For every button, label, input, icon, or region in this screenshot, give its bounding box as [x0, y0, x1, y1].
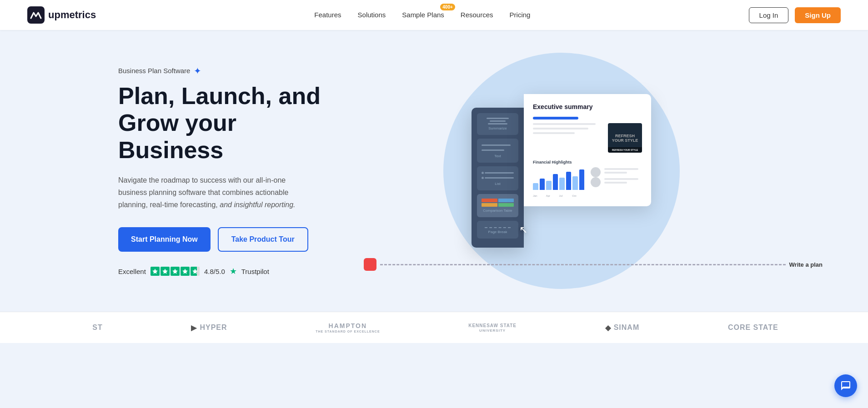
trust-stars: [151, 267, 200, 276]
doc-image-thumb: REFRESH YOUR STYLE: [608, 123, 642, 153]
sidebar-label-list: List: [482, 182, 514, 186]
hero-tag-text: Business Plan Software: [118, 67, 190, 75]
logo[interactable]: upmetrics: [27, 6, 96, 24]
nav-links: Features Solutions Sample Plans 400+ Res…: [314, 11, 530, 19]
sidebar-text: Text: [477, 139, 518, 163]
logo-corestate: CORE STATE: [728, 323, 778, 332]
navbar: upmetrics Features Solutions Sample Plan…: [0, 0, 868, 30]
doc-avatar-lines-1: [604, 168, 642, 176]
doc-avatar-row-1: [591, 167, 642, 177]
star-2: [161, 267, 170, 276]
doc-gray-bar-3: [533, 132, 575, 134]
doc-gray-bar-2: [533, 128, 588, 129]
chat-button[interactable]: [834, 374, 857, 397]
trust-score: 4.8/5.0: [204, 268, 225, 275]
cursor-icon: ↖: [519, 224, 527, 236]
logo-kennesaw: KENNESAW STATE UNIVERSITY: [468, 323, 517, 333]
doc-blue-bar: [533, 117, 578, 119]
hero-description: Navigate the roadmap to success with our…: [118, 174, 314, 211]
doc-avatars-col: [591, 167, 642, 197]
logo-sinam: ◆ SINAM: [605, 323, 640, 332]
doc-bottom-section: Jan Apr Jul Oct: [533, 167, 642, 197]
svg-rect-0: [27, 6, 45, 24]
logo-st: ST: [90, 323, 102, 332]
svg-marker-3: [172, 269, 178, 274]
logo-hampton: HAMPTON THE STANDARD OF EXCELLENCE: [316, 322, 380, 333]
doc-title: Executive summary: [533, 103, 642, 110]
signup-button[interactable]: Sign Up: [795, 7, 841, 23]
doc-section-label: Financial Highlights: [533, 160, 642, 164]
svg-marker-2: [162, 269, 168, 274]
svg-marker-5: [192, 269, 198, 274]
nav-pricing[interactable]: Pricing: [510, 11, 531, 19]
hero-buttons: Start Planning Now Take Product Tour: [118, 227, 346, 252]
sidebar-summarize: Summarize: [477, 113, 518, 135]
star-4: [181, 267, 190, 276]
write-plan-label: Write a plan: [789, 261, 823, 268]
logos-bar: ST ▶ HYPER HAMPTON THE STANDARD OF EXCEL…: [0, 312, 868, 343]
doc-text-col: [533, 123, 602, 137]
sidebar-label-comparison: Comparison Table: [482, 209, 514, 213]
sidebar-label-text: Text: [482, 154, 514, 158]
doc-avatar-row-2: [591, 177, 642, 187]
hero-content: Business Plan Software ✦ Plan, Launch, a…: [118, 65, 346, 277]
doc-gray-bar-1: [533, 123, 596, 125]
sidebar-list: List: [477, 166, 518, 190]
login-button[interactable]: Log In: [749, 7, 789, 23]
doc-chart-col: Jan Apr Jul Oct: [533, 167, 584, 197]
sidebar-label-pagebreak: Page Break: [482, 230, 514, 234]
nav-features[interactable]: Features: [314, 11, 341, 19]
nav-sample-plans[interactable]: Sample Plans: [402, 11, 444, 19]
sparkle-icon: ✦: [194, 65, 201, 76]
nav-actions: Log In Sign Up: [749, 7, 841, 23]
logo-text: upmetrics: [48, 9, 96, 21]
timeline-dashes: [380, 264, 786, 265]
star-3: [171, 267, 180, 276]
logo-hyper: ▶ HYPER: [191, 323, 227, 332]
doc-avatar-lines-2: [604, 178, 642, 186]
sample-plans-badge: 400+: [440, 4, 455, 10]
tp-star-icon: ★: [230, 266, 237, 276]
trustpilot-row: Excellent 4.8/5.0 ★ Trustpilot: [118, 266, 346, 276]
doc-chart: [533, 167, 584, 190]
sidebar-label-summarize: Summarize: [482, 126, 514, 130]
doc-top-section: REFRESH YOUR STYLE: [533, 123, 642, 153]
sidebar-comparison: Comparison Table: [477, 194, 518, 217]
trust-platform: Trustpilot: [241, 268, 269, 275]
sidebar-panel: Summarize Text List: [472, 108, 524, 248]
trust-label: Excellent: [118, 268, 146, 275]
product-tour-button[interactable]: Take Product Tour: [218, 227, 308, 252]
timeline-dot: [364, 258, 376, 271]
nav-resources[interactable]: Resources: [461, 11, 493, 19]
hero-tag: Business Plan Software ✦: [118, 65, 346, 76]
hero-section: Business Plan Software ✦ Plan, Launch, a…: [0, 30, 868, 312]
start-planning-button[interactable]: Start Planning Now: [118, 227, 211, 252]
hero-title: Plan, Launch, and Grow your Business: [118, 83, 346, 164]
hero-illustration-area: Summarize Text List: [346, 57, 777, 284]
document-panel: Executive summary REFRESH YOUR STYLE Fin…: [524, 94, 651, 206]
sidebar-pagebreak: Page Break: [477, 221, 518, 239]
doc-avatar-1: [591, 167, 601, 177]
doc-avatar-2: [591, 177, 601, 187]
svg-marker-1: [152, 269, 158, 274]
chat-icon: [840, 380, 851, 391]
star-5-half: [191, 267, 200, 276]
nav-solutions[interactable]: Solutions: [358, 11, 386, 19]
svg-marker-4: [182, 269, 188, 274]
hero-illustration: Summarize Text List: [472, 94, 651, 248]
star-1: [151, 267, 160, 276]
timeline-row: Write a plan: [364, 258, 823, 271]
